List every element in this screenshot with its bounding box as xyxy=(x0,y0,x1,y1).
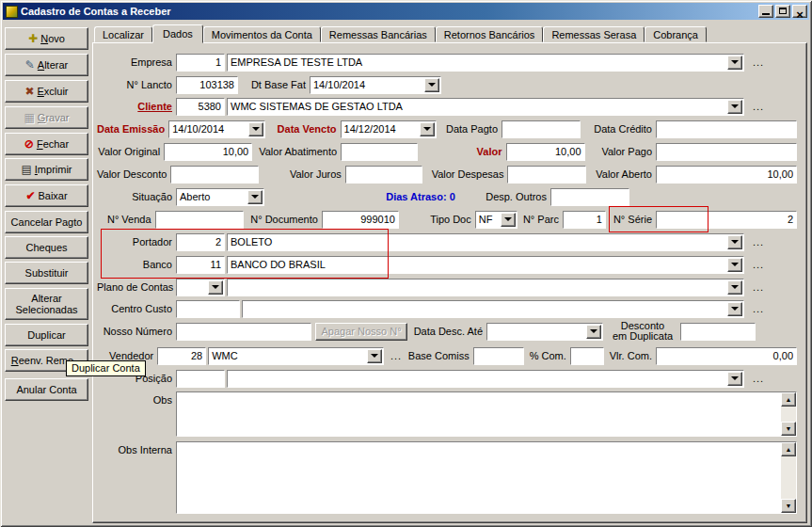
situacao-combo[interactable]: Aberto xyxy=(176,188,264,206)
centro-custo-code-input[interactable] xyxy=(176,300,240,318)
base-comiss-input[interactable] xyxy=(473,347,524,365)
portador-code-input[interactable] xyxy=(176,233,225,251)
valor-desconto-input[interactable] xyxy=(170,166,259,184)
cancelar-pagto-button[interactable]: Cancelar Pagto xyxy=(5,211,88,233)
chevron-down-icon[interactable] xyxy=(727,100,742,114)
chevron-down-icon[interactable] xyxy=(367,349,382,363)
tab-remessas-serasa[interactable]: Remessas Serasa xyxy=(543,26,645,42)
chevron-down-icon[interactable] xyxy=(420,122,435,136)
chevron-down-icon[interactable] xyxy=(208,280,223,295)
tab-remessas-bancarias[interactable]: Remessas Bancárias xyxy=(321,26,436,42)
plano-contas-code-combo[interactable] xyxy=(176,279,225,296)
edit-icon xyxy=(25,59,35,71)
chevron-down-icon[interactable] xyxy=(727,302,742,316)
minimize-icon[interactable] xyxy=(758,5,773,18)
valor-juros-input[interactable] xyxy=(345,166,422,184)
obs-interna-input[interactable] xyxy=(177,442,781,513)
posicao-lookup-button[interactable]: ... xyxy=(750,373,767,384)
chevron-down-icon[interactable] xyxy=(248,122,263,136)
chevron-down-icon[interactable] xyxy=(727,372,742,386)
alterar-button[interactable]: Alterar xyxy=(5,54,88,76)
tab-retornos-bancarios[interactable]: Retornos Bancários xyxy=(436,26,544,42)
cliente-code-input[interactable] xyxy=(176,98,225,116)
valor-despesas-input[interactable] xyxy=(507,166,586,184)
alterar-selecionadas-button[interactable]: Alterar Selecionadas xyxy=(5,288,88,320)
banco-lookup-button[interactable]: ... xyxy=(750,259,767,270)
chevron-down-icon[interactable] xyxy=(501,213,516,227)
data-vencto-combo[interactable]: 14/12/2014 xyxy=(341,120,437,138)
obs-input[interactable] xyxy=(177,392,781,436)
tab-localizar[interactable]: Localizar xyxy=(94,26,152,42)
vlr-com-input[interactable] xyxy=(656,347,797,365)
empresa-code-input[interactable] xyxy=(176,54,225,72)
substituir-button[interactable]: Substituir xyxy=(5,262,88,284)
duplicar-button[interactable]: Duplicar xyxy=(5,324,88,346)
posicao-combo[interactable] xyxy=(227,370,744,388)
cheques-button[interactable]: Cheques xyxy=(5,236,88,259)
chevron-down-icon[interactable] xyxy=(727,235,742,249)
tipo-doc-combo[interactable]: NF xyxy=(475,211,517,229)
valor-pago-input[interactable] xyxy=(656,143,797,161)
cliente-combo[interactable]: WMC SISTEMAS DE GESTAO LTDA xyxy=(227,98,744,116)
banco-combo[interactable]: BANCO DO BRASIL xyxy=(227,256,744,274)
data-pagto-input[interactable] xyxy=(502,120,581,138)
posicao-code-input[interactable] xyxy=(176,370,225,388)
novo-button[interactable]: Novo xyxy=(5,27,88,50)
n-lancto-input[interactable] xyxy=(176,76,238,94)
desp-outros-input[interactable] xyxy=(550,188,629,206)
titlebar[interactable]: Cadastro de Contas a Receber xyxy=(3,3,809,20)
valor-abatimento-input[interactable] xyxy=(341,143,418,161)
tab-movimentos-da-conta[interactable]: Movimentos da Conta xyxy=(203,26,321,42)
plano-contas-combo[interactable] xyxy=(227,279,744,296)
nosso-numero-input[interactable] xyxy=(176,323,311,341)
portador-lookup-button[interactable]: ... xyxy=(750,236,767,248)
dt-base-fat-combo[interactable]: 14/10/2014 xyxy=(310,76,441,94)
base-comiss-label: Base Comiss xyxy=(408,350,470,361)
chevron-down-icon[interactable] xyxy=(727,280,742,295)
tab-cobranca[interactable]: Cobrança xyxy=(645,26,707,42)
obs-interna-scrollbar[interactable] xyxy=(781,442,796,513)
valor-original-input[interactable] xyxy=(164,143,252,161)
portador-combo[interactable]: BOLETO xyxy=(227,233,744,251)
data-emissao-combo[interactable]: 14/10/2014 xyxy=(168,120,264,138)
data-credito-input[interactable] xyxy=(656,120,797,138)
tab-dados[interactable]: Dados xyxy=(152,24,203,43)
cliente-lookup-button[interactable]: ... xyxy=(750,101,767,112)
anular-conta-button[interactable]: Anular Conta xyxy=(5,378,88,401)
chevron-down-icon[interactable] xyxy=(727,56,742,70)
n-parc-input[interactable] xyxy=(563,211,606,229)
vendedor-lookup-button[interactable]: ... xyxy=(390,350,403,361)
obs-scrollbar[interactable] xyxy=(781,392,796,436)
pct-com-input[interactable] xyxy=(570,347,604,365)
scroll-down-icon[interactable] xyxy=(781,499,796,513)
desconto-duplicata-input[interactable] xyxy=(680,323,756,341)
chevron-down-icon[interactable] xyxy=(727,258,742,272)
valor-input[interactable] xyxy=(506,143,585,161)
baixar-button[interactable]: Baixar xyxy=(5,184,88,207)
banco-code-input[interactable] xyxy=(176,256,225,274)
chevron-down-icon[interactable] xyxy=(586,325,601,339)
fechar-button[interactable]: Fechar xyxy=(5,133,88,155)
valor-aberto-input[interactable] xyxy=(656,166,797,184)
scroll-down-icon[interactable] xyxy=(781,422,796,436)
data-desc-ate-combo[interactable] xyxy=(486,323,603,341)
vendedor-code-input[interactable] xyxy=(157,347,206,365)
scroll-up-icon[interactable] xyxy=(781,442,796,456)
vendedor-combo[interactable]: WMC xyxy=(208,347,384,365)
n-documento-input[interactable] xyxy=(322,211,399,229)
centro-custo-label: Centro Custo xyxy=(97,303,172,314)
chevron-down-icon[interactable] xyxy=(424,78,439,92)
excluir-button[interactable]: Excluir xyxy=(5,80,88,103)
chevron-down-icon[interactable] xyxy=(247,190,263,204)
scroll-up-icon[interactable] xyxy=(781,392,796,407)
imprimir-button[interactable]: Imprimir xyxy=(5,158,88,181)
empresa-lookup-button[interactable]: ... xyxy=(750,56,767,68)
empresa-combo[interactable]: EMPRESA DE TESTE LTDA xyxy=(227,54,744,72)
close-icon[interactable] xyxy=(792,5,807,18)
plano-contas-lookup-button[interactable]: ... xyxy=(750,281,767,293)
maximize-icon[interactable] xyxy=(775,5,790,18)
n-serie-input[interactable] xyxy=(656,211,797,229)
n-venda-input[interactable] xyxy=(155,211,244,229)
centro-custo-lookup-button[interactable]: ... xyxy=(750,303,767,314)
centro-custo-combo[interactable] xyxy=(242,300,744,318)
